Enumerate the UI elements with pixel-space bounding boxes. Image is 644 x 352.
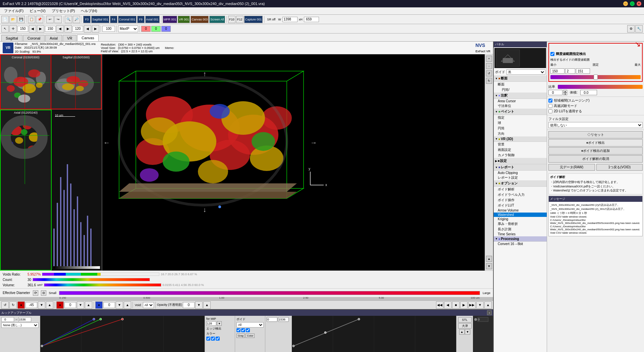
tree-arrow-volume[interactable]: Arrow Volume [494, 208, 547, 213]
nav-b-up[interactable]: ▲ [124, 301, 131, 309]
void-color-select[interactable]: 黒 白 [506, 69, 545, 75]
value-3[interactable] [72, 26, 83, 32]
edge-check-3[interactable] [216, 337, 220, 341]
tool-crosshair[interactable]: ✛ [9, 25, 17, 33]
opacity-down[interactable]: ▼ [195, 301, 203, 309]
nav-g-up[interactable]: ▲ [85, 301, 92, 309]
toolbar-new[interactable]: 📄 [1, 16, 9, 23]
tab-canvas[interactable]: Canvas [77, 35, 98, 41]
tool-btn-e[interactable]: ◀ [84, 25, 91, 33]
min-value-input[interactable] [550, 68, 565, 74]
close-button[interactable]: ✕ [637, 1, 641, 6]
volume-detail-input[interactable] [580, 90, 597, 95]
coronal-viewport[interactable]: Coronal (0150/0300) [0, 54, 51, 109]
eff-diam-minus[interactable]: ⊖ [41, 290, 46, 296]
tool-btn-d[interactable]: ▶ [64, 25, 72, 33]
void-check-2[interactable] [241, 328, 245, 332]
nav-down-arrow[interactable]: ▼ [38, 301, 45, 309]
lut-close[interactable]: × [487, 310, 492, 315]
toolbar-extra2[interactable]: 🔧 [635, 25, 643, 33]
tree-section-settei[interactable]: ▶ ■ 設定 [494, 158, 547, 164]
toolbar-zoom-out[interactable]: 🔎 [73, 16, 80, 23]
vr3d-min[interactable] [267, 317, 277, 322]
edge-check-2[interactable] [211, 337, 215, 341]
maximize-button[interactable]: □ [630, 1, 635, 6]
width-input[interactable] [282, 17, 298, 22]
void-check-3[interactable] [246, 328, 250, 332]
tree-section-chushaku[interactable]: ▼ ■ 注釈 [494, 93, 547, 99]
tool-btn-c[interactable]: ◀ [56, 25, 64, 33]
toolbar-undo[interactable]: ↩ [46, 16, 54, 23]
stl-btn[interactable]: STL [458, 317, 472, 322]
btn-capture-001[interactable]: Capture 001 [244, 16, 263, 23]
nav-step-rev[interactable]: ◀ [444, 301, 451, 309]
tree-section-processing[interactable]: ▼ ■ Processing [494, 236, 547, 242]
g-value[interactable] [151, 26, 161, 32]
tree-section-report[interactable]: ▼ ■ レポート [494, 164, 547, 171]
tree-auto-clip[interactable]: Auto Clipping [494, 171, 547, 175]
nav-down2[interactable]: ▼ [476, 301, 484, 309]
btn-canvas-003[interactable]: Canvas 003 [191, 16, 209, 23]
ratio-up-btn[interactable]: ▲ [563, 90, 567, 93]
tree-length[interactable]: 長さ計測 [494, 227, 547, 232]
message-log[interactable]: _NVS_300x300x240_div_median050 (2)の読み込み完… [549, 202, 642, 236]
tree-section-option[interactable]: ▼ ■ オプション [494, 180, 547, 187]
menu-help[interactable]: ヘルプ(H) [78, 8, 100, 14]
return-btn[interactable]: 1つ戻る(VOID) [596, 164, 643, 171]
max-value-input[interactable] [576, 68, 590, 74]
toolbar-zoom-in[interactable]: 🔍 [65, 16, 72, 23]
tool-pointer[interactable]: ↖ [1, 25, 9, 33]
void-gray-btn[interactable]: Gray [236, 334, 245, 338]
tree-convert-16-8[interactable]: Convert 16→8bit [494, 242, 547, 246]
tree-area-cursor[interactable]: Area Cursor [494, 99, 547, 103]
sagittal-viewport[interactable]: Sagittal (0150/0300) [51, 54, 102, 109]
btn-f4[interactable]: F4 [110, 16, 117, 23]
tree-gamen-settei[interactable]: 画面設定 [494, 147, 547, 153]
tab-vr[interactable]: VR [63, 35, 76, 41]
vr3d-max[interactable] [278, 317, 289, 322]
nav-btn-5[interactable]: ▲ [486, 256, 492, 262]
btn-f10[interactable]: F10 [228, 16, 235, 23]
toolbar-paste[interactable]: 📌 [36, 16, 43, 23]
tab-coronal[interactable]: Coronal [23, 35, 45, 41]
tree-thickness[interactable]: 厚み・骨析折 [494, 221, 547, 227]
toolbar-save[interactable]: 💾 [17, 16, 25, 23]
toolbar-copy[interactable]: 📋 [28, 16, 35, 23]
nav-step-fwd[interactable]: ▶ [460, 301, 468, 309]
tree-section-vr3d[interactable]: ▼ ■ VR (3D) [494, 136, 547, 142]
tree-ento[interactable]: 円筒 [494, 126, 547, 131]
toolbar-redo[interactable]: ↪ [54, 16, 62, 23]
btn-f3-left[interactable]: F3 [83, 16, 91, 23]
menu-view[interactable]: ビュー(V) [27, 8, 48, 14]
nav-btn-3[interactable]: ↺ [486, 70, 492, 76]
btn-axial-001[interactable]: Axial 001 [145, 16, 160, 23]
ratio-down-btn[interactable]: ▼ [563, 93, 567, 95]
tool-btn-b[interactable]: ▶ [37, 25, 44, 33]
tree-void-label-input[interactable]: ボイドラベル入力 [494, 192, 547, 197]
tree-danmen-1[interactable]: 断面 [494, 82, 547, 87]
nav-blue-val[interactable] [103, 302, 115, 308]
edge-check-1[interactable] [206, 337, 210, 341]
lut-min-input[interactable] [1, 317, 14, 322]
filter-select[interactable]: 使用しない [548, 122, 643, 128]
nav-red-btn[interactable]: ● [17, 301, 25, 309]
nav-play-rev[interactable]: ◀◀ [436, 301, 443, 309]
tree-haikei[interactable]: 背景 [494, 142, 547, 147]
tree-time-series[interactable]: Time Series [494, 232, 547, 236]
eff-diam-refresh[interactable]: ⟳ [33, 290, 38, 296]
r-value[interactable] [141, 26, 151, 32]
zoom-value[interactable] [102, 26, 115, 32]
tab-sagittal[interactable]: Sagittal [1, 35, 22, 41]
tool-btn-f[interactable]: ▶ [92, 25, 99, 33]
brightness-detect-check[interactable] [550, 52, 554, 56]
toolbar-extra1[interactable]: ⚙ [627, 25, 635, 33]
gradient-slider[interactable] [550, 75, 641, 79]
lut-type-select[interactable]: None (黒し...) [1, 322, 39, 328]
detect-btn[interactable]: ♦ボイド検出 [548, 139, 643, 146]
tree-void-lut[interactable]: ボイドLUT [494, 203, 547, 208]
nav-rot-right[interactable]: ↻ [9, 301, 17, 309]
btn-sagittal-001[interactable]: Sagittal 001 [91, 16, 109, 23]
void-color-btn[interactable]: Color [246, 334, 255, 338]
lut-arrow-up[interactable]: ▲ [459, 329, 465, 335]
nav-up2[interactable]: ▲ [484, 301, 492, 309]
